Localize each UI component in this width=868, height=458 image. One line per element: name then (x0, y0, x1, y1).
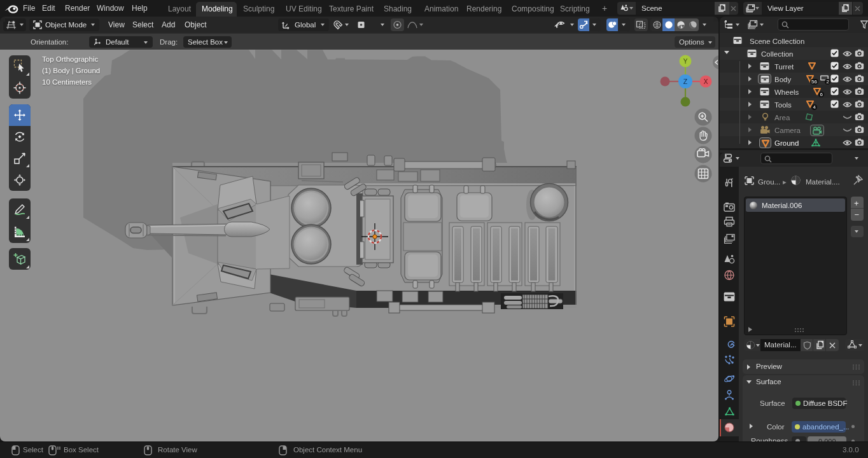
svg-text:X: X (704, 78, 708, 85)
svg-text:Z: Z (683, 78, 688, 85)
svg-text:Y: Y (683, 58, 688, 65)
